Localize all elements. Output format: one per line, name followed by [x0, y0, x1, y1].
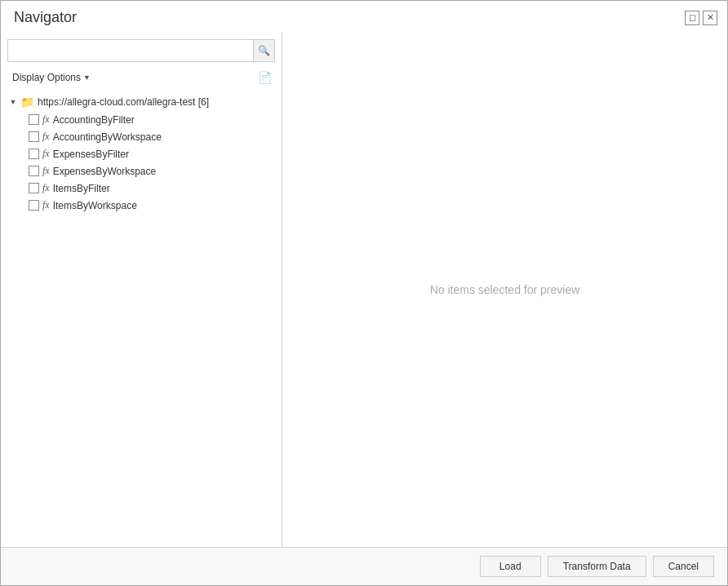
list-item[interactable]: fx ExpensesByFilter	[25, 145, 275, 162]
left-panel: 🔍 Display Options ▼ 📄 ▼	[1, 33, 282, 547]
item-label-1: AccountingByWorkspace	[53, 131, 162, 143]
tree-folder-root[interactable]: ▼ 📁 https://allegra-cloud.com/allegra-te…	[7, 93, 275, 111]
item-checkbox-0[interactable]	[29, 114, 39, 125]
item-checkbox-5[interactable]	[29, 200, 39, 211]
item-label-3: ExpensesByWorkspace	[53, 166, 157, 177]
fx-icon-1: fx	[42, 131, 50, 143]
search-button[interactable]: 🔍	[253, 40, 274, 61]
item-label-2: ExpensesByFilter	[53, 149, 129, 160]
fx-icon-0: fx	[42, 113, 50, 126]
close-button[interactable]: ✕	[703, 11, 717, 25]
collapse-icon: ▼	[9, 98, 17, 106]
window-controls: ◻ ✕	[685, 11, 717, 25]
content-area: 🔍 Display Options ▼ 📄 ▼	[1, 33, 727, 547]
bottom-bar: Load Transform Data Cancel	[1, 547, 727, 585]
close-icon: ✕	[707, 12, 714, 23]
item-checkbox-3[interactable]	[29, 166, 39, 176]
item-label-4: ItemsByFilter	[53, 183, 110, 194]
folder-label: https://allegra-cloud.com/allegra-test […	[38, 96, 209, 108]
item-label-5: ItemsByWorkspace	[53, 200, 137, 211]
chevron-down-icon: ▼	[83, 73, 91, 82]
table-icon: 📄	[258, 71, 272, 84]
fx-icon-4: fx	[42, 182, 50, 194]
cancel-button[interactable]: Cancel	[653, 556, 714, 577]
tree-area: ▼ 📁 https://allegra-cloud.com/allegra-te…	[7, 93, 275, 540]
transform-data-button[interactable]: Transform Data	[548, 556, 646, 577]
list-item[interactable]: fx ItemsByFilter	[25, 180, 275, 197]
tree-children: fx AccountingByFilter fx AccountingByWor…	[25, 111, 275, 214]
navigator-window: Navigator ◻ ✕ 🔍 Display Options	[0, 0, 728, 586]
right-panel: No items selected for preview	[282, 33, 727, 547]
item-checkbox-2[interactable]	[29, 149, 39, 159]
list-item[interactable]: fx ExpensesByWorkspace	[25, 162, 275, 180]
item-checkbox-1[interactable]	[29, 131, 39, 142]
restore-button[interactable]: ◻	[685, 11, 699, 25]
list-item[interactable]: fx ItemsByWorkspace	[25, 197, 275, 214]
display-options-button[interactable]: Display Options ▼	[9, 70, 94, 85]
search-icon: 🔍	[258, 45, 270, 56]
fx-icon-3: fx	[42, 165, 50, 177]
title-bar: Navigator ◻ ✕	[1, 1, 727, 33]
restore-icon: ◻	[689, 12, 696, 23]
item-checkbox-4[interactable]	[29, 183, 39, 193]
load-button[interactable]: Load	[480, 556, 541, 577]
preview-empty-text: No items selected for preview	[430, 283, 580, 296]
list-item[interactable]: fx AccountingByWorkspace	[25, 128, 275, 145]
search-input[interactable]	[8, 40, 274, 61]
table-view-button[interactable]: 📄	[255, 69, 273, 87]
search-bar: 🔍	[7, 39, 275, 62]
item-label-0: AccountingByFilter	[53, 114, 135, 126]
folder-icon: 📁	[20, 95, 34, 109]
display-options-label: Display Options	[12, 72, 81, 83]
fx-icon-2: fx	[42, 148, 50, 160]
fx-icon-5: fx	[42, 199, 50, 211]
display-options-bar: Display Options ▼ 📄	[7, 67, 275, 88]
window-title: Navigator	[14, 9, 77, 26]
tree-root: ▼ 📁 https://allegra-cloud.com/allegra-te…	[7, 93, 275, 214]
list-item[interactable]: fx AccountingByFilter	[25, 111, 275, 128]
